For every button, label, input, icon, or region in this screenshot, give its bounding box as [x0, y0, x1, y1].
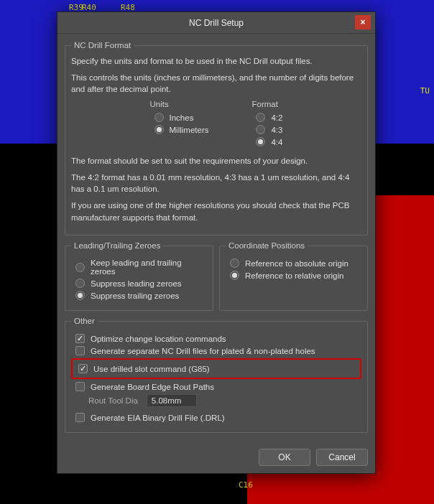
- check-indicator: [75, 346, 85, 355]
- radio-label: Suppress leading zeroes: [91, 279, 182, 288]
- group-legend: Other: [71, 317, 98, 325]
- nc-drill-setup-dialog: NC Drill Setup × NC Drill Format Specify…: [57, 11, 376, 474]
- check-indicator: [78, 364, 88, 373]
- check-eia-binary[interactable]: Generate EIA Binary Drill File (.DRL): [71, 413, 361, 422]
- pcb-designator: C16: [239, 480, 253, 490]
- radio-4-2[interactable]: 4:2: [251, 113, 282, 122]
- check-label: Use drilled slot command (G85): [93, 365, 210, 373]
- radio-indicator: [256, 137, 265, 146]
- close-button[interactable]: ×: [355, 15, 371, 29]
- group-legend: NC Drill Format: [71, 41, 134, 50]
- units-subgroup: Units Inches Millimeters: [150, 100, 209, 149]
- radio-indicator: [256, 125, 265, 134]
- check-drilled-slot[interactable]: Use drilled slot command (G85): [74, 364, 359, 373]
- check-label: Optimize change location commands: [91, 335, 226, 343]
- check-label: Generate EIA Binary Drill File (.DRL): [91, 414, 225, 422]
- nc-drill-format-group: NC Drill Format Specify the units and fo…: [65, 41, 368, 235]
- format-desc-2: This controls the units (inches or milli…: [71, 72, 361, 95]
- check-label: Generate separate NC Drill files for pla…: [91, 347, 315, 355]
- units-title: Units: [150, 100, 209, 108]
- rout-tool-input[interactable]: [147, 394, 197, 407]
- radio-label: Millimeters: [170, 126, 209, 134]
- radio-keep-zeroes[interactable]: Keep leading and trailing zeroes: [71, 258, 207, 276]
- radio-indicator: [154, 113, 164, 122]
- radio-indicator: [256, 113, 265, 122]
- radio-suppress-leading[interactable]: Suppress leading zeroes: [71, 279, 207, 288]
- button-bar: OK Cancel: [57, 443, 375, 473]
- format-desc-5: If you are using one of the higher resol…: [71, 200, 361, 223]
- zeroes-group: Leading/Trailing Zeroes Keep leading and…: [65, 241, 213, 311]
- radio-absolute-origin[interactable]: Reference to absolute origin: [226, 258, 361, 268]
- radio-relative-origin[interactable]: Reference to relative origin: [226, 271, 361, 280]
- radio-label: 4:3: [271, 126, 282, 134]
- format-subgroup: Format 4:2 4:3 4:4: [251, 100, 282, 149]
- titlebar[interactable]: NC Drill Setup ×: [57, 12, 375, 34]
- radio-label: Suppress trailing zeroes: [91, 291, 179, 300]
- format-title: Format: [251, 100, 282, 108]
- radio-indicator: [75, 279, 85, 288]
- radio-label: 4:2: [271, 113, 282, 122]
- radio-label: Keep leading and trailing zeroes: [91, 258, 207, 276]
- format-desc-3: The format should be set to suit the req…: [71, 155, 361, 167]
- check-optimize[interactable]: Optimize change location commands: [71, 334, 361, 343]
- check-rout-paths[interactable]: Generate Board Edge Rout Paths: [71, 382, 361, 391]
- close-icon: ×: [360, 17, 365, 27]
- radio-inches[interactable]: Inches: [150, 113, 209, 122]
- radio-label: Reference to absolute origin: [245, 259, 348, 268]
- radio-millimeters[interactable]: Millimeters: [150, 125, 209, 134]
- radio-indicator: [75, 291, 85, 300]
- ok-button[interactable]: OK: [259, 449, 310, 466]
- radio-indicator: [230, 271, 239, 280]
- dialog-content: NC Drill Format Specify the units and fo…: [57, 34, 375, 443]
- cancel-button[interactable]: Cancel: [316, 449, 368, 466]
- radio-label: 4:4: [271, 138, 282, 146]
- group-legend: Leading/Trailing Zeroes: [71, 241, 163, 250]
- check-indicator: [75, 413, 85, 422]
- radio-indicator: [154, 125, 164, 134]
- radio-label: Inches: [170, 113, 194, 122]
- format-desc-4: The 4:2 format has a 0.01 mm resolution,…: [71, 172, 361, 195]
- radio-indicator: [230, 258, 239, 268]
- check-separate-files[interactable]: Generate separate NC Drill files for pla…: [71, 346, 361, 355]
- dialog-title: NC Drill Setup: [189, 18, 244, 28]
- group-legend: Coordinate Positions: [226, 241, 308, 250]
- pcb-designator: TU: [420, 86, 430, 95]
- check-label: Generate Board Edge Rout Paths: [91, 383, 214, 391]
- other-group: Other Optimize change location commands …: [65, 317, 368, 433]
- radio-4-3[interactable]: 4:3: [251, 125, 282, 134]
- rout-tool-row: Rout Tool Dia: [71, 394, 361, 407]
- radio-indicator: [75, 263, 85, 272]
- radio-4-4[interactable]: 4:4: [251, 137, 282, 146]
- coordinate-group: Coordinate Positions Reference to absolu…: [219, 241, 368, 311]
- rout-tool-label: Rout Tool Dia: [88, 396, 138, 405]
- check-indicator: [75, 382, 85, 391]
- format-desc-1: Specify the units and format to be used …: [71, 55, 361, 67]
- check-indicator: [75, 334, 85, 343]
- radio-label: Reference to relative origin: [245, 271, 343, 280]
- radio-suppress-trailing[interactable]: Suppress trailing zeroes: [71, 291, 207, 300]
- highlight-annotation: Use drilled slot command (G85): [71, 358, 361, 379]
